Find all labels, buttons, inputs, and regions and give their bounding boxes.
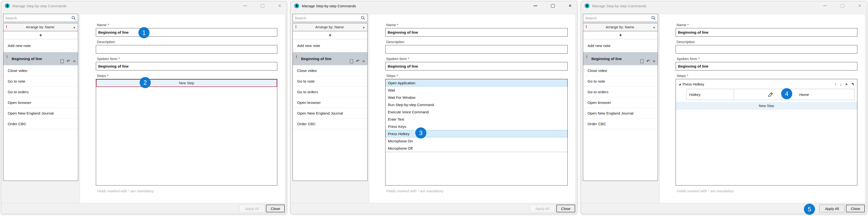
dialog-footer: Apply All Close [581, 203, 867, 214]
delete-command-icon[interactable]: × [362, 59, 365, 63]
close-icon: × [569, 3, 572, 8]
expander-icon[interactable]: ◢ [679, 83, 681, 86]
window-title: Manage Step-by-step Commands [302, 4, 356, 8]
minimize-button[interactable] [242, 3, 248, 8]
list-item[interactable]: Order CBC [583, 119, 658, 129]
copy-command-icon[interactable] [640, 59, 644, 63]
step-type-option[interactable]: Wait For Window [385, 94, 567, 101]
list-item[interactable]: Go to orders [583, 87, 658, 97]
search-input[interactable]: Search [292, 14, 368, 22]
list-item[interactable]: Order CBC [293, 119, 367, 129]
move-step-up-icon[interactable]: ↑ [835, 82, 837, 86]
undo-command-icon[interactable]: ↶ [356, 59, 359, 63]
spoken-form-field[interactable]: Beginning of line [96, 62, 277, 70]
list-item-selected[interactable]: ! Beginning of line ↶ × [583, 52, 658, 65]
undo-command-icon[interactable]: ↶ [66, 59, 70, 63]
list-item[interactable]: Open New England Journal [293, 108, 367, 119]
list-item[interactable]: Go to orders [293, 87, 367, 97]
step-type-option[interactable]: Wait [385, 87, 567, 94]
list-item[interactable]: Add new note [3, 39, 78, 52]
maximize-button[interactable] [260, 3, 265, 8]
arrange-by-header[interactable]: ! Arrange by: Name ▲ [293, 23, 367, 31]
copy-command-icon[interactable] [61, 59, 64, 63]
spoken-form-label: Spoken form * [97, 57, 120, 61]
list-item[interactable]: Go to orders [3, 87, 78, 97]
new-step-row[interactable]: New Step [676, 102, 857, 110]
spoken-form-field[interactable]: Beginning of line [385, 62, 568, 70]
titlebar: Manage Step-by-step Commands × [290, 1, 577, 10]
step-type-option[interactable]: Microphone Off [385, 145, 567, 152]
close-button[interactable]: × [567, 3, 573, 8]
minimize-icon [534, 6, 537, 6]
close-button[interactable]: × [277, 3, 282, 8]
move-step-down-icon[interactable]: ↓ [840, 82, 842, 86]
list-item-selected[interactable]: ! Beginning of line ↶ × [293, 52, 367, 65]
name-field[interactable]: Beginning of line [676, 28, 857, 37]
maximize-button[interactable] [840, 3, 845, 8]
close-button[interactable]: × [857, 3, 862, 8]
description-field[interactable] [676, 45, 857, 54]
step-type-option[interactable]: Press Keys [385, 123, 567, 130]
spoken-form-field[interactable]: Beginning of line [676, 62, 857, 70]
description-field[interactable] [96, 45, 277, 54]
list-item[interactable]: Add new note [293, 39, 367, 52]
search-placeholder: Search [5, 16, 71, 20]
maximize-icon [260, 4, 264, 8]
minimize-button[interactable] [533, 3, 538, 8]
apply-all-button[interactable]: Apply All [819, 205, 844, 212]
arrange-by-header[interactable]: ! Arrange by: Name ▲ [3, 23, 78, 31]
annotation-badge-2: 2 [140, 77, 151, 88]
remove-step-icon[interactable]: × [845, 82, 848, 86]
list-item[interactable]: Go to note [293, 76, 367, 87]
maximize-button[interactable] [550, 3, 555, 8]
list-item[interactable]: Close video [3, 65, 78, 76]
step-type-option-press-hotkey[interactable]: Press Hotkey [385, 130, 567, 137]
new-step-row[interactable]: New Step [96, 79, 277, 87]
window-title: Manage Step-by-step Commands [12, 4, 66, 8]
step-type-option[interactable]: Microphone On [385, 137, 567, 145]
search-icon [651, 16, 656, 20]
close-dialog-button[interactable]: Close [846, 205, 865, 212]
delete-command-icon[interactable]: × [73, 59, 75, 63]
list-item[interactable]: Go to note [583, 76, 658, 87]
copy-command-icon[interactable] [350, 59, 353, 63]
list-item[interactable]: Close video [583, 65, 658, 76]
step-type-option[interactable]: Run Step-by-step Command [385, 101, 567, 108]
list-item[interactable]: Open browser [3, 97, 78, 108]
name-field[interactable]: Beginning of line [96, 28, 277, 37]
undo-command-icon[interactable]: ↶ [646, 59, 650, 63]
command-editor-panel: Name * Beginning of line Description Spo… [659, 14, 865, 203]
list-item[interactable]: Open New England Journal [583, 108, 658, 119]
dialog-footer: Apply All Close [290, 203, 577, 214]
step-type-option[interactable]: Enter Text [385, 116, 567, 123]
command-sidebar: Search ! Arrange by: Name ▲ + Add new no… [3, 14, 78, 181]
add-command-button[interactable]: + [293, 31, 367, 39]
step-header-press-hotkey: ◢ Press Hotkey ↑ ↓ × ↰ [676, 79, 857, 89]
close-dialog-button[interactable]: Close [556, 205, 575, 212]
hotkey-field-value-cell[interactable]: Home [734, 89, 855, 100]
list-item-selected[interactable]: ! Beginning of line ↶ × [3, 52, 78, 65]
command-list: ! Arrange by: Name ▲ + Add new note ! Be… [583, 23, 658, 181]
list-item[interactable]: Close video [293, 65, 367, 76]
description-field[interactable] [385, 45, 568, 54]
step-type-option[interactable]: Open Application [385, 79, 567, 87]
name-field[interactable]: Beginning of line [385, 28, 568, 37]
list-item[interactable]: Open browser [293, 97, 367, 108]
minimize-button[interactable] [822, 3, 828, 8]
step-type-option[interactable]: Execute Voice Command [385, 108, 567, 116]
search-input[interactable]: Search [583, 14, 658, 22]
edit-pencil-icon[interactable] [768, 92, 774, 97]
annotation-badge-3: 3 [415, 127, 426, 138]
reset-step-icon[interactable]: ↰ [851, 82, 854, 86]
search-input[interactable]: Search [3, 14, 78, 22]
arrange-by-header[interactable]: ! Arrange by: Name ▲ [583, 23, 658, 31]
list-item[interactable]: Open New England Journal [3, 108, 78, 119]
add-command-button[interactable]: + [3, 31, 78, 39]
list-item[interactable]: Order CBC [3, 119, 78, 129]
list-item[interactable]: Add new note [583, 39, 658, 52]
list-item[interactable]: Go to note [3, 76, 78, 87]
delete-command-icon[interactable]: × [653, 59, 655, 63]
add-command-button[interactable]: + [583, 31, 658, 39]
close-dialog-button[interactable]: Close [266, 205, 285, 212]
list-item[interactable]: Open browser [583, 97, 658, 108]
